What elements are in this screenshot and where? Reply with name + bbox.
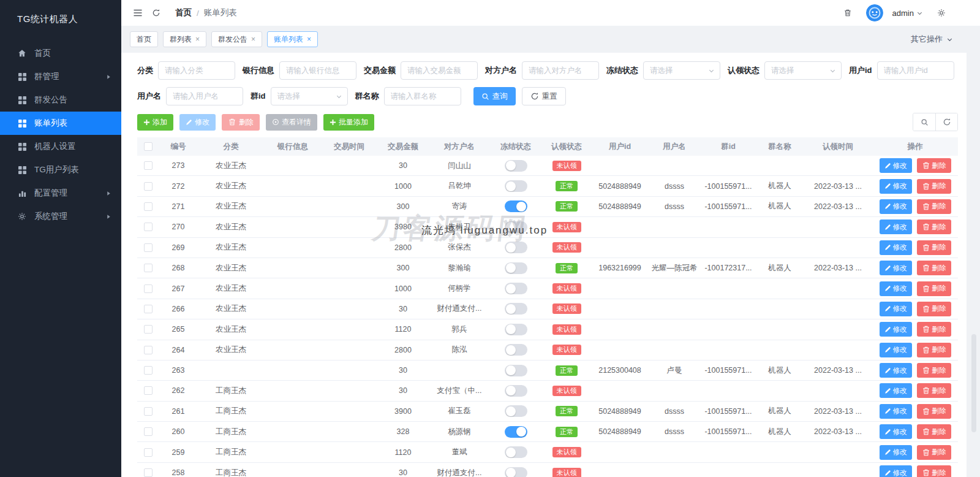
filter-input-amount[interactable] — [401, 61, 478, 80]
avatar[interactable] — [866, 4, 883, 21]
sidebar-item-home[interactable]: 首页 — [0, 42, 121, 65]
row-checkbox[interactable] — [144, 264, 153, 272]
close-icon[interactable]: × — [195, 36, 200, 43]
sidebar-item-group-management[interactable]: 群管理 — [0, 65, 121, 88]
frozen-toggle[interactable] — [505, 160, 527, 172]
sidebar-item-tg-user-list[interactable]: TG用户列表 — [0, 158, 121, 181]
search-button[interactable]: 查询 — [473, 87, 516, 105]
filter-input-category[interactable] — [158, 61, 235, 80]
row-checkbox[interactable] — [144, 223, 153, 231]
frozen-toggle[interactable] — [505, 426, 527, 438]
delete-row-button[interactable]: 删除 — [917, 240, 951, 255]
edit-row-button[interactable]: 修改 — [880, 465, 912, 477]
edit-row-button[interactable]: 修改 — [880, 404, 912, 419]
edit-button[interactable]: 修改 — [179, 114, 216, 131]
filter-input-user-id[interactable] — [877, 61, 954, 80]
delete-row-button[interactable]: 删除 — [917, 322, 951, 337]
edit-row-button[interactable]: 修改 — [880, 445, 912, 460]
frozen-toggle[interactable] — [505, 344, 527, 356]
delete-row-button[interactable]: 删除 — [917, 281, 951, 296]
batch-add-button[interactable]: 批量添加 — [323, 114, 374, 131]
frozen-toggle[interactable] — [505, 242, 527, 253]
table-search-button[interactable] — [913, 113, 935, 131]
sidebar-item-bill-list[interactable]: 账单列表 — [0, 112, 121, 135]
row-checkbox[interactable] — [144, 243, 153, 252]
tab-home[interactable]: 首页 — [130, 31, 158, 47]
frozen-toggle[interactable] — [505, 283, 527, 294]
edit-row-button[interactable]: 修改 — [880, 302, 912, 316]
breadcrumb-home[interactable]: 首页 — [175, 7, 192, 18]
frozen-toggle[interactable] — [505, 303, 527, 315]
delete-row-button[interactable]: 删除 — [917, 383, 951, 398]
filter-input-group-name[interactable] — [384, 87, 461, 105]
tab-group-list[interactable]: 群列表× — [163, 31, 206, 47]
select-all-checkbox[interactable] — [144, 142, 153, 151]
tab-broadcast[interactable]: 群发公告× — [211, 31, 262, 47]
scrollbar-thumb[interactable] — [971, 334, 976, 432]
frozen-toggle[interactable] — [505, 180, 527, 192]
frozen-toggle[interactable] — [505, 446, 527, 458]
table-refresh-button[interactable] — [935, 113, 957, 131]
add-button[interactable]: 添加 — [137, 114, 173, 131]
row-checkbox[interactable] — [144, 386, 153, 395]
edit-row-button[interactable]: 修改 — [880, 199, 912, 214]
row-checkbox[interactable] — [144, 448, 153, 457]
delete-row-button[interactable]: 删除 — [917, 219, 951, 234]
frozen-toggle[interactable] — [505, 467, 527, 477]
edit-row-button[interactable]: 修改 — [880, 179, 912, 194]
edit-row-button[interactable]: 修改 — [880, 261, 912, 275]
frozen-toggle[interactable] — [505, 385, 527, 397]
row-checkbox[interactable] — [144, 161, 153, 170]
row-checkbox[interactable] — [144, 284, 153, 293]
row-checkbox[interactable] — [144, 325, 153, 334]
sidebar-item-system-management[interactable]: 系统管理 — [0, 205, 121, 228]
more-actions-dropdown[interactable]: 其它操作 — [911, 34, 953, 45]
filter-select-group-id[interactable]: 请选择 — [271, 87, 348, 105]
row-checkbox[interactable] — [144, 468, 153, 477]
edit-row-button[interactable]: 修改 — [880, 343, 912, 357]
close-icon[interactable]: × — [251, 36, 255, 43]
edit-row-button[interactable]: 修改 — [880, 424, 912, 439]
delete-button[interactable]: 删除 — [222, 114, 260, 131]
delete-row-button[interactable]: 删除 — [917, 343, 951, 357]
frozen-toggle[interactable] — [505, 324, 527, 335]
frozen-toggle[interactable] — [505, 221, 527, 233]
delete-row-button[interactable]: 删除 — [917, 302, 951, 316]
edit-row-button[interactable]: 修改 — [880, 158, 912, 173]
delete-row-button[interactable]: 删除 — [917, 179, 951, 194]
sidebar-item-robot-settings[interactable]: 机器人设置 — [0, 135, 121, 158]
delete-row-button[interactable]: 删除 — [917, 424, 951, 439]
reset-button[interactable]: 重置 — [522, 87, 566, 105]
row-checkbox[interactable] — [144, 427, 153, 436]
close-icon[interactable]: × — [307, 36, 311, 43]
filter-input-bank-info[interactable] — [279, 61, 356, 80]
user-menu[interactable]: admin — [892, 9, 923, 18]
edit-row-button[interactable]: 修改 — [880, 219, 912, 234]
row-checkbox[interactable] — [144, 305, 153, 313]
frozen-toggle[interactable] — [505, 405, 527, 417]
filter-input-payer-name[interactable] — [522, 61, 599, 80]
gear-icon[interactable] — [932, 4, 951, 22]
delete-row-button[interactable]: 删除 — [917, 445, 951, 460]
sidebar-item-config-management[interactable]: 配置管理 — [0, 181, 121, 205]
delete-row-button[interactable]: 删除 — [917, 404, 951, 419]
sidebar-item-broadcast-notice[interactable]: 群发公告 — [0, 88, 121, 112]
frozen-toggle[interactable] — [505, 365, 527, 376]
row-checkbox[interactable] — [144, 346, 153, 354]
edit-row-button[interactable]: 修改 — [880, 363, 912, 378]
frozen-toggle[interactable] — [505, 200, 527, 212]
trash-icon[interactable] — [839, 4, 857, 22]
delete-row-button[interactable]: 删除 — [917, 465, 951, 477]
hamburger-icon[interactable] — [129, 4, 147, 22]
filter-select-claim-status[interactable]: 请选择 — [764, 61, 842, 80]
refresh-icon[interactable] — [147, 4, 165, 22]
delete-row-button[interactable]: 删除 — [917, 158, 951, 173]
row-checkbox[interactable] — [144, 182, 153, 191]
edit-row-button[interactable]: 修改 — [880, 281, 912, 296]
frozen-toggle[interactable] — [505, 262, 527, 274]
delete-row-button[interactable]: 删除 — [917, 261, 951, 275]
row-checkbox[interactable] — [144, 202, 153, 211]
delete-row-button[interactable]: 删除 — [917, 363, 951, 378]
edit-row-button[interactable]: 修改 — [880, 240, 912, 255]
delete-row-button[interactable]: 删除 — [917, 199, 951, 214]
